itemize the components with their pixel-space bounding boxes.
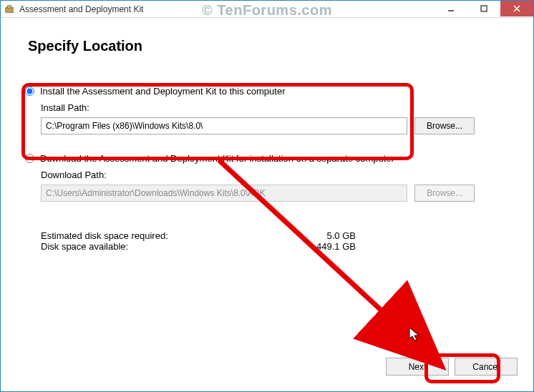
browse-install-button[interactable]: Browse... (414, 117, 475, 134)
disk-required-value: 5.0 GB (298, 230, 356, 241)
maximize-button[interactable] (467, 1, 500, 16)
option-download: Download the Assessment and Deployment K… (25, 153, 509, 202)
radio-install-label: Install the Assessment and Deployment Ki… (40, 86, 286, 97)
window-title: Assessment and Deployment Kit (19, 4, 143, 14)
svg-rect-3 (481, 6, 487, 11)
radio-install[interactable] (25, 87, 34, 96)
radio-download[interactable] (25, 154, 34, 163)
svg-rect-1 (7, 5, 11, 8)
page-title: Specify Location (28, 38, 509, 54)
install-path-input[interactable] (41, 117, 407, 134)
install-path-label: Install Path: (41, 102, 509, 113)
radio-download-row[interactable]: Download the Assessment and Deployment K… (25, 153, 509, 164)
titlebar: Assessment and Deployment Kit (1, 1, 533, 18)
disk-available-label: Disk space available: (41, 241, 298, 252)
minimize-button[interactable] (435, 1, 467, 16)
next-button[interactable]: Next (386, 358, 449, 376)
download-path-label: Download Path: (41, 170, 509, 180)
download-path-input (41, 185, 407, 202)
disk-required-label: Estimated disk space required: (41, 230, 298, 241)
option-install: Install the Assessment and Deployment Ki… (25, 86, 509, 134)
radio-install-row[interactable]: Install the Assessment and Deployment Ki… (25, 86, 509, 97)
browse-download-button: Browse... (414, 185, 475, 202)
close-button[interactable] (500, 1, 533, 16)
cancel-button[interactable]: Cancel (455, 358, 518, 376)
disk-available-value: 449.1 GB (298, 241, 356, 252)
installer-icon (4, 4, 15, 15)
radio-download-label: Download the Assessment and Deployment K… (40, 153, 394, 164)
disk-space-info: Estimated disk space required: 5.0 GB Di… (41, 230, 509, 252)
